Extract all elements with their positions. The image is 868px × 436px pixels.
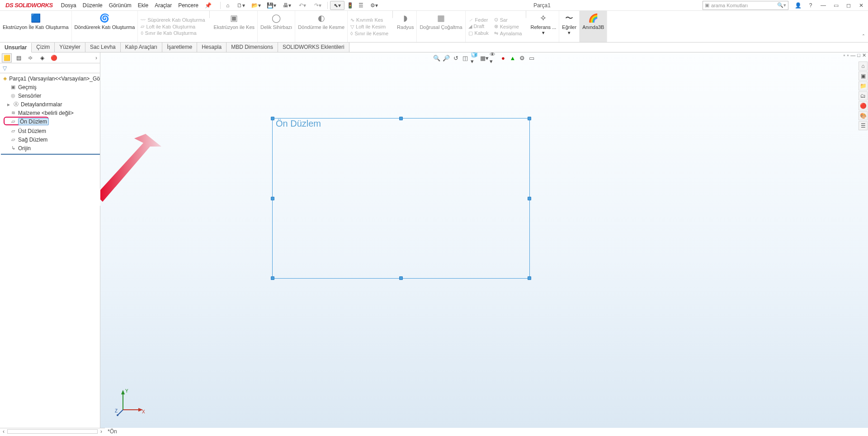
instant3d-button[interactable]: 🌈Anında3B bbox=[580, 11, 607, 42]
sweep-boss-button[interactable]: 〰Süpürerek Katı Oluşturma bbox=[141, 17, 205, 23]
fillet-button[interactable]: ◗Radyus bbox=[394, 11, 417, 42]
shell-button[interactable]: ▢Kabuk bbox=[468, 30, 489, 36]
menu-edit[interactable]: Düzenle bbox=[83, 2, 103, 9]
hscroll-left[interactable]: ‹ bbox=[0, 428, 7, 435]
gw-tile-icon[interactable]: ▫ bbox=[844, 52, 845, 58]
taskpane-library-icon[interactable]: 📁 bbox=[859, 81, 868, 90]
tab-evaluate[interactable]: Hesapla bbox=[197, 43, 226, 52]
undo-icon[interactable]: ↶▾ bbox=[295, 1, 310, 10]
curves-button[interactable]: 〜Eğriler▾ bbox=[559, 11, 580, 42]
maximize-icon[interactable]: ◻ bbox=[844, 1, 854, 10]
tab-addins[interactable]: SOLIDWORKS Eklentileri bbox=[278, 43, 349, 52]
tree-sensors[interactable]: ◎Sensörler bbox=[1, 91, 100, 100]
minimize-icon[interactable]: — bbox=[818, 1, 828, 10]
tab-features[interactable]: Unsurlar bbox=[0, 43, 32, 52]
rib-button[interactable]: ⟋Feder bbox=[468, 17, 488, 23]
save-icon[interactable]: 💾▾ bbox=[264, 1, 279, 10]
property-manager-tab[interactable]: ▤ bbox=[14, 53, 24, 62]
select-icon[interactable]: ⬉▾ bbox=[330, 1, 344, 10]
section-view-icon[interactable]: ◫ bbox=[461, 54, 469, 62]
wrap-button[interactable]: ⊙Sar bbox=[494, 17, 508, 23]
hole-wizard-button[interactable]: ◯Delik Sihirbazı bbox=[258, 11, 295, 42]
cut-revolve-button[interactable]: ◐Döndürme ile Kesme bbox=[295, 11, 348, 42]
tree-root[interactable]: ◈Parça1 (Varsayılan<<Varsayılan>_Gö bbox=[1, 74, 100, 83]
gw-min-icon[interactable]: — bbox=[850, 52, 855, 58]
boundary-boss-button[interactable]: ◊Sınır ile Katı Oluşturma bbox=[141, 30, 196, 36]
view-orient-icon[interactable]: 🧊▾ bbox=[471, 54, 479, 62]
draft-button[interactable]: ◢Draft bbox=[468, 24, 485, 29]
cut-loft-button[interactable]: ▽Loft ile Kesim bbox=[350, 24, 386, 30]
filter-icon[interactable]: ▽ bbox=[3, 65, 7, 71]
search-input[interactable]: ▣ arama Komutları 🔍▾ bbox=[703, 1, 788, 10]
linear-pattern-button[interactable]: ▦Doğrusal Çoğaltma bbox=[417, 11, 465, 42]
view-settings-icon[interactable]: ⚙ bbox=[518, 54, 526, 62]
tree-material[interactable]: ≋Malzeme <belirli değil> bbox=[1, 109, 100, 117]
gw-cascade-icon[interactable]: ▫ bbox=[847, 52, 849, 58]
menu-window[interactable]: Pencere bbox=[178, 2, 198, 9]
tab-sketch[interactable]: Çizim bbox=[32, 43, 55, 52]
tree-origin[interactable]: ↳Orijin bbox=[1, 144, 100, 152]
panel-expand-icon[interactable]: › bbox=[95, 55, 97, 61]
tree-top-plane[interactable]: ▱Üst Düzlem bbox=[1, 127, 100, 135]
render-icon[interactable]: ▭ bbox=[528, 54, 536, 62]
zoom-fit-icon[interactable]: 🔍 bbox=[433, 54, 441, 62]
open-icon[interactable]: 📂▾ bbox=[249, 1, 264, 10]
menu-view[interactable]: Görünüm bbox=[109, 2, 132, 9]
tab-surfaces[interactable]: Yüzeyler bbox=[55, 43, 85, 52]
config-manager-tab[interactable]: ፨ bbox=[25, 53, 35, 62]
loft-boss-button[interactable]: ▱Loft ile Katı Oluşturma bbox=[141, 24, 195, 29]
taskpane-appearance-icon[interactable]: 🎨 bbox=[859, 111, 868, 120]
traffic-icon[interactable]: 🚦 bbox=[345, 1, 355, 10]
gw-close-icon[interactable]: ✕ bbox=[862, 52, 866, 58]
close-icon[interactable]: ✕ bbox=[856, 1, 866, 10]
ribbon-collapse-icon[interactable]: ˆ bbox=[859, 32, 868, 42]
extrude-boss-button[interactable]: 🟦 Ekstrüzyon İle Katı Oluşturma bbox=[0, 11, 72, 42]
intersect-button[interactable]: ⊗Kesişme bbox=[494, 24, 519, 29]
pin-icon[interactable]: 📌 bbox=[205, 2, 212, 9]
display-style-icon[interactable]: ▦▾ bbox=[480, 54, 488, 62]
zoom-area-icon[interactable]: 🔎 bbox=[442, 54, 450, 62]
tab-mold[interactable]: Kalıp Araçları bbox=[121, 43, 162, 52]
tab-mbd[interactable]: MBD Dimensions bbox=[226, 43, 278, 52]
home-icon[interactable]: ⌂ bbox=[223, 1, 233, 10]
hide-show-icon[interactable]: 👁▾ bbox=[490, 54, 498, 62]
cut-boundary-button[interactable]: ◊Sınır ile Kesme bbox=[350, 31, 388, 36]
cut-sweep-button[interactable]: ∿Kıvrımlı Kes bbox=[350, 17, 383, 23]
tree-history[interactable]: ▣Geçmiş bbox=[1, 83, 100, 91]
taskpane-resources-icon[interactable]: ▣ bbox=[859, 71, 868, 81]
mirror-button[interactable]: ⇋Aynalama bbox=[494, 30, 522, 36]
tree-right-plane[interactable]: ▱Sağ Düzlem bbox=[1, 135, 100, 144]
tree-annotations[interactable]: ▸ⒶDetaylandırmalar bbox=[1, 100, 100, 109]
taskpane-explorer-icon[interactable]: 🗂 bbox=[859, 91, 868, 100]
user-icon[interactable]: 👤 bbox=[793, 1, 803, 10]
gw-max-icon[interactable]: □ bbox=[857, 52, 860, 58]
feature-tree-tab[interactable]: 🟨 bbox=[2, 53, 12, 62]
taskpane-view-icon[interactable]: 🔴 bbox=[859, 101, 868, 110]
menu-tools[interactable]: Araçlar bbox=[155, 2, 172, 9]
front-plane-graphic[interactable] bbox=[272, 118, 530, 279]
appearance-icon[interactable]: ● bbox=[499, 54, 507, 62]
taskpane-home-icon[interactable]: ⌂ bbox=[859, 62, 868, 71]
cut-extrude-button[interactable]: ▣Ekstrüzyon ile Kes bbox=[211, 11, 258, 42]
rebuild-icon[interactable]: ☰ bbox=[356, 1, 366, 10]
menu-file[interactable]: Dosya bbox=[61, 2, 76, 9]
display-manager-tab[interactable]: 🔴 bbox=[49, 53, 59, 62]
hscroll-track[interactable] bbox=[7, 429, 98, 434]
options-icon[interactable]: ⚙▾ bbox=[367, 1, 382, 10]
orientation-triad[interactable]: Y X Z bbox=[114, 387, 146, 419]
help-icon[interactable]: ? bbox=[806, 1, 816, 10]
redo-icon[interactable]: ↷▾ bbox=[311, 1, 325, 10]
revolve-boss-button[interactable]: 🌀 Döndürerek Katı Oluşturma bbox=[72, 11, 138, 42]
dim-expert-tab[interactable]: ◈ bbox=[37, 53, 47, 62]
menu-insert[interactable]: Ekle bbox=[138, 2, 148, 9]
taskpane-props-icon[interactable]: ☰ bbox=[859, 121, 868, 130]
reference-geometry-button[interactable]: ✧Referans ...▾ bbox=[528, 11, 559, 42]
restore-icon[interactable]: ▭ bbox=[831, 1, 841, 10]
tree-front-plane[interactable]: ▱Ön Düzlem bbox=[1, 117, 100, 126]
print-icon[interactable]: 🖶▾ bbox=[280, 1, 294, 10]
hscroll-right[interactable]: › bbox=[98, 428, 105, 435]
prev-view-icon[interactable]: ↺ bbox=[452, 54, 460, 62]
tab-sheetmetal[interactable]: Sac Levha bbox=[85, 43, 121, 52]
tab-markup[interactable]: İşaretleme bbox=[162, 43, 197, 52]
scene-icon[interactable]: ▲ bbox=[509, 54, 517, 62]
